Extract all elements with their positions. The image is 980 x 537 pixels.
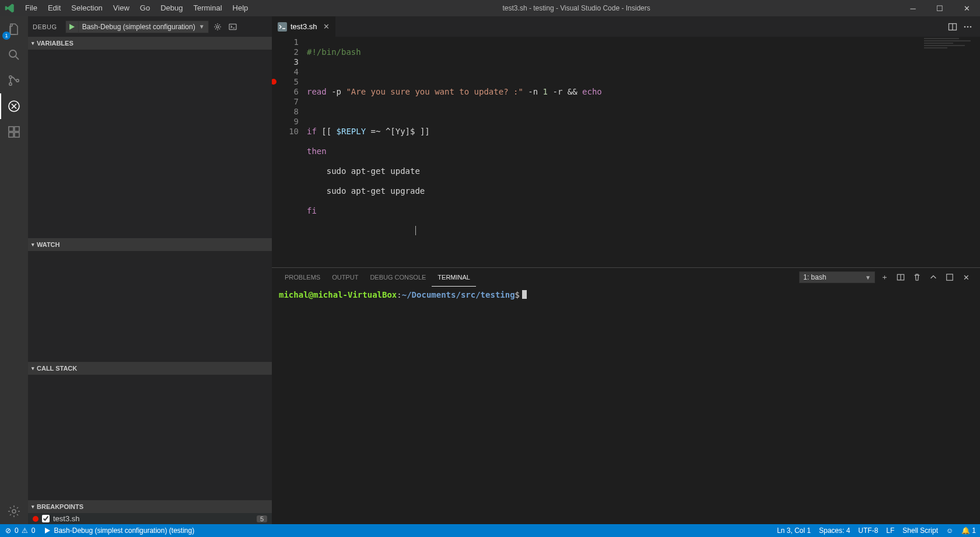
menu-edit[interactable]: Edit xyxy=(43,0,66,16)
kill-terminal-icon[interactable] xyxy=(910,270,924,284)
bell-icon: 🔔 xyxy=(961,526,970,535)
svg-point-2 xyxy=(9,83,12,85)
start-debugging-button[interactable] xyxy=(66,20,79,33)
chevron-down-icon: ▾ xyxy=(32,365,34,371)
callstack-body xyxy=(28,375,272,500)
code-content[interactable]: #!/bin/bash read -p "Are you sure you wa… xyxy=(307,37,980,267)
debug-config-select[interactable]: Bash-Debug (simplest configuration) ▼ xyxy=(79,23,208,31)
terminal-shell-label: 1: bash xyxy=(803,273,826,281)
status-notifications-count: 1 xyxy=(972,526,976,535)
svg-point-0 xyxy=(9,50,16,57)
line-number: 7 xyxy=(272,97,299,107)
watch-label: WATCH xyxy=(37,241,60,248)
variables-body xyxy=(28,50,272,238)
watch-heading[interactable]: ▾ WATCH xyxy=(28,238,272,251)
svg-point-1 xyxy=(9,76,12,78)
settings-gear-icon[interactable] xyxy=(0,498,28,524)
tab-problems[interactable]: PROBLEMS xyxy=(279,268,326,287)
status-bar: ⊘ 0 ⚠ 0 Bash-Debug (simplest configurati… xyxy=(0,524,980,537)
menu-selection[interactable]: Selection xyxy=(66,0,107,16)
status-launch-label: Bash-Debug (simplest configuration) (tes… xyxy=(54,526,194,535)
warning-icon: ⚠ xyxy=(21,526,29,535)
line-number: 6 xyxy=(272,87,299,97)
status-eol[interactable]: LF xyxy=(882,524,898,537)
status-debug-launch[interactable]: Bash-Debug (simplest configuration) (tes… xyxy=(39,524,198,537)
menu-go[interactable]: Go xyxy=(135,0,155,16)
code-text: =~ xyxy=(366,127,386,136)
status-cursor-position[interactable]: Ln 3, Col 1 xyxy=(773,524,815,537)
code-text: if xyxy=(307,127,317,136)
line-gutter[interactable]: 1 2 3 4 5 6 7 8 9 10 xyxy=(272,37,307,267)
minimap[interactable] xyxy=(916,37,980,267)
editor-pane[interactable]: 1 2 3 4 5 6 7 8 9 10 #!/bin/bash read -p… xyxy=(272,37,980,267)
source-control-icon[interactable] xyxy=(0,68,28,93)
line-number: 3 xyxy=(272,57,299,67)
menu-terminal[interactable]: Terminal xyxy=(188,0,227,16)
minimize-button[interactable]: ─ xyxy=(900,0,926,16)
line-number: 1 xyxy=(272,37,299,47)
title-bar: File Edit Selection View Go Debug Termin… xyxy=(0,0,980,16)
debug-console-icon[interactable] xyxy=(226,20,239,33)
breakpoint-line: 5 xyxy=(257,515,267,522)
code-text: then xyxy=(307,147,327,156)
status-indentation[interactable]: Spaces: 4 xyxy=(815,524,854,537)
status-notifications[interactable]: 🔔 1 xyxy=(957,524,980,537)
editor-tab-actions xyxy=(945,16,980,37)
close-panel-icon[interactable]: ✕ xyxy=(959,270,973,284)
close-tab-icon[interactable]: ✕ xyxy=(323,22,330,31)
code-text: #!/bin/bash xyxy=(307,47,361,57)
chevron-down-icon: ▾ xyxy=(32,40,34,46)
terminal-shell-select[interactable]: 1: bash ▼ xyxy=(799,271,875,283)
explorer-badge: 1 xyxy=(2,32,10,40)
menu-help[interactable]: Help xyxy=(228,0,254,16)
maximize-panel-icon[interactable] xyxy=(943,270,957,284)
split-terminal-icon[interactable] xyxy=(894,270,908,284)
split-editor-icon[interactable] xyxy=(945,19,960,34)
breakpoints-heading[interactable]: ▾ BREAKPOINTS xyxy=(28,500,272,513)
tab-output[interactable]: OUTPUT xyxy=(326,268,364,287)
chevron-down-icon: ▾ xyxy=(32,242,34,247)
main-layout: 1 DEBUG Bash-Debug (simplest confi xyxy=(0,16,980,524)
window-controls: ─ ☐ ✕ xyxy=(900,0,980,16)
code-text: sudo apt-get upgrade xyxy=(307,186,425,196)
tab-terminal[interactable]: TERMINAL xyxy=(432,268,476,287)
tab-debug-console[interactable]: DEBUG CONSOLE xyxy=(364,268,432,287)
new-terminal-icon[interactable]: ＋ xyxy=(877,270,891,284)
chevron-up-icon[interactable] xyxy=(926,270,940,284)
menu-view[interactable]: View xyxy=(108,0,135,16)
callstack-heading[interactable]: ▾ CALL STACK xyxy=(28,362,272,375)
search-icon[interactable] xyxy=(0,42,28,68)
chevron-down-icon: ▾ xyxy=(32,504,34,510)
breakpoint-checkbox[interactable] xyxy=(42,515,50,522)
terminal-user: michal@michal-VirtualBox xyxy=(279,290,397,299)
editor-tab-active[interactable]: test3.sh ✕ xyxy=(272,16,336,37)
line-number: 10 xyxy=(272,127,299,137)
terminal-content[interactable]: michal@michal-VirtualBox:~/Documents/src… xyxy=(272,287,980,524)
code-text: fi xyxy=(307,206,317,215)
close-window-button[interactable]: ✕ xyxy=(953,0,980,16)
maximize-button[interactable]: ☐ xyxy=(926,0,953,16)
breakpoint-row[interactable]: test3.sh 5 xyxy=(28,513,272,524)
breakpoint-dot-icon xyxy=(33,516,38,522)
status-feedback-icon[interactable]: ☺ xyxy=(942,524,957,537)
extensions-icon[interactable] xyxy=(0,119,28,145)
menu-file[interactable]: File xyxy=(20,0,43,16)
status-encoding[interactable]: UTF-8 xyxy=(854,524,882,537)
code-text: && xyxy=(568,87,582,96)
svg-rect-18 xyxy=(947,274,953,281)
svg-rect-8 xyxy=(15,132,19,137)
code-text: ^[Yy]$ xyxy=(386,127,415,136)
status-language[interactable]: Shell Script xyxy=(898,524,942,537)
menu-debug[interactable]: Debug xyxy=(155,0,188,16)
explorer-icon[interactable]: 1 xyxy=(0,16,28,42)
panel-tabs: PROBLEMS OUTPUT DEBUG CONSOLE TERMINAL 1… xyxy=(272,268,980,287)
debug-settings-icon[interactable] xyxy=(211,20,224,33)
svg-point-9 xyxy=(12,510,16,513)
vscode-logo-icon xyxy=(0,3,20,13)
debug-icon[interactable] xyxy=(0,93,28,119)
variables-heading[interactable]: ▾ VARIABLES xyxy=(28,37,272,50)
status-problems[interactable]: ⊘ 0 ⚠ 0 xyxy=(0,524,39,537)
text-cursor xyxy=(415,226,416,235)
tab-label: test3.sh xyxy=(290,22,317,31)
more-actions-icon[interactable] xyxy=(960,19,975,34)
